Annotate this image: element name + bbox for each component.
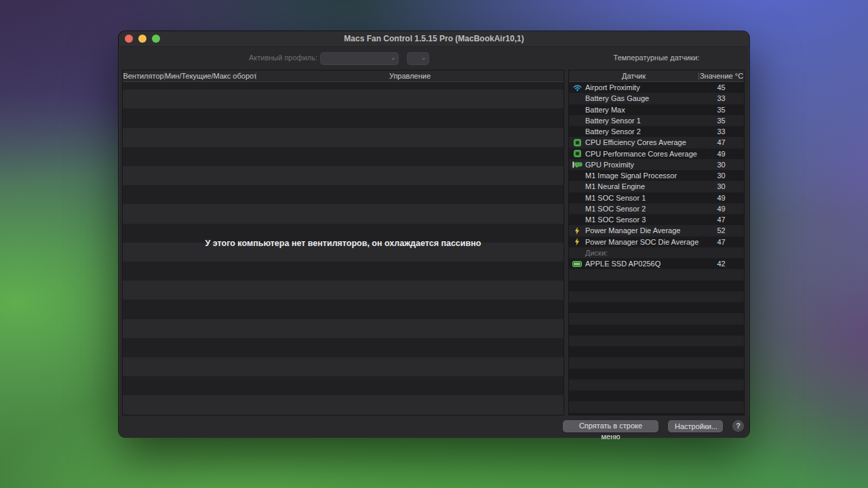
empty-row [569,413,744,416]
sensor-row[interactable]: APPLE SSD AP0256Q42 [569,258,744,269]
bolt-icon [571,237,583,247]
sensor-name: Battery Gas Gauge [585,93,649,104]
empty-row [569,302,744,313]
chip-icon [571,148,583,159]
hide-in-menubar-button[interactable]: Спрятать в строке меню [563,420,658,432]
sensor-name: GPU Proximity [585,159,634,170]
toolbar: Активный профиль: ⌄ ⌄ Температурные датч… [119,47,749,70]
desktop-wallpaper: Macs Fan Control 1.5.15 Pro (MacBookAir1… [0,0,868,488]
empty-row [569,313,744,324]
fans-table-header: Вентилятор Мин/Текущие/Макс обороты Упра… [123,70,564,82]
window-titlebar[interactable]: Macs Fan Control 1.5.15 Pro (MacBookAir1… [119,31,749,47]
sensor-name: M1 SOC Sensor 2 [585,203,646,214]
empty-row [569,390,744,401]
sensor-name: M1 Image Signal Processor [585,170,677,181]
sensor-value: 33 [698,93,744,104]
sensor-value: 52 [698,225,744,236]
sensor-row[interactable]: M1 SOC Sensor 347 [569,214,744,225]
ssd-icon [571,258,583,269]
sensor-row[interactable]: CPU Performance Cores Average49 [569,148,744,159]
window-title: Macs Fan Control 1.5.15 Pro (MacBookAir1… [119,31,749,46]
sensor-row[interactable]: Battery Max35 [569,104,744,115]
sensors-table-body: Airport Proximity45Battery Gas Gauge33Ba… [569,82,744,415]
sensor-name: CPU Efficiency Cores Average [585,137,686,148]
sensor-row[interactable]: M1 SOC Sensor 249 [569,203,744,214]
gpu-icon [571,159,583,170]
sensor-value: 49 [698,192,744,203]
sensor-row[interactable]: CPU Efficiency Cores Average47 [569,137,744,148]
bolt-icon [571,225,583,236]
fans-column-header-rpm[interactable]: Мин/Текущие/Макс обороты [165,72,256,80]
chip-icon [571,137,583,148]
sensor-row[interactable]: M1 Image Signal Processor30 [569,170,744,181]
sensor-name: Airport Proximity [585,82,640,93]
sensor-value: 30 [698,181,744,192]
settings-button[interactable]: Настройки... [668,420,723,432]
sensor-name: Power Manager Die Average [585,225,680,236]
sensor-name: M1 SOC Sensor 1 [585,192,646,203]
fans-table: Вентилятор Мин/Текущие/Макс обороты Упра… [122,70,564,415]
empty-row [569,357,744,368]
sensors-column-header-value[interactable]: Значение °C [699,72,744,80]
sensor-value: 49 [698,203,744,214]
chevron-down-icon: ⌄ [421,54,427,61]
sensor-value: 42 [698,258,744,269]
active-profile-select[interactable]: ⌄ [320,52,399,65]
sensors-table-header: Датчик Значение °C [569,70,744,82]
empty-row [569,325,744,336]
sensor-row[interactable]: M1 SOC Sensor 149 [569,192,744,203]
sensors-table: Датчик Значение °C Airport Proximity45Ba… [568,70,745,415]
sensors-panel-title: Температурные датчики: [568,54,745,62]
no-fans-message: У этого компьютера нет вентиляторов, он … [123,239,564,248]
chevron-down-icon: ⌄ [391,54,396,61]
empty-row [569,346,744,357]
sensor-value: 45 [698,82,744,93]
sensor-name: Battery Sensor 2 [585,126,641,137]
wifi-icon [571,82,583,93]
empty-row [569,336,744,346]
main-content: Вентилятор Мин/Текущие/Макс обороты Упра… [119,70,749,416]
sensor-value: 47 [698,214,744,225]
sensor-name: Battery Max [585,104,625,115]
profile-actions-select[interactable]: ⌄ [407,52,429,65]
help-button[interactable]: ? [732,420,744,432]
sensor-value: 49 [698,148,744,159]
sensor-value: 47 [698,237,744,247]
empty-row [569,380,744,390]
empty-row [569,269,744,280]
sensor-name: CPU Performance Cores Average [585,148,697,159]
sensor-row[interactable]: M1 Neural Engine30 [569,181,744,192]
sensor-value: 30 [698,159,744,170]
sensor-row[interactable]: Power Manager SOC Die Average47 [569,237,744,247]
fans-table-body: У этого компьютера нет вентиляторов, он … [123,82,564,416]
active-profile-label: Активный профиль: [249,54,317,62]
empty-row [569,401,744,412]
sensor-row[interactable]: Battery Sensor 135 [569,115,744,126]
empty-row [569,281,744,291]
empty-row [569,369,744,380]
app-window: Macs Fan Control 1.5.15 Pro (MacBookAir1… [119,31,749,437]
sensor-name: APPLE SSD AP0256Q [585,258,660,269]
sensor-row[interactable]: GPU Proximity30 [569,159,744,170]
sensor-value: 35 [698,115,744,126]
sensor-section-row[interactable]: Диски: [569,247,744,258]
sensor-row[interactable]: Battery Sensor 233 [569,126,744,137]
fans-column-header-control[interactable]: Управление [256,72,564,80]
footer-bar: Спрятать в строке меню Настройки... ? [119,416,749,438]
sensor-row[interactable]: Power Manager Die Average52 [569,225,744,236]
sensor-value: 30 [698,170,744,181]
sensor-name: M1 Neural Engine [585,181,645,192]
sensor-name: Battery Sensor 1 [585,115,641,126]
fans-column-header-fan[interactable]: Вентилятор [123,72,164,80]
sensor-value: 47 [698,137,744,148]
sensor-row[interactable]: Airport Proximity45 [569,82,744,93]
sensor-value: 33 [698,126,744,137]
sensor-row[interactable]: Battery Gas Gauge33 [569,93,744,104]
empty-row [569,291,744,302]
sensor-name: Power Manager SOC Die Average [585,237,698,247]
sensor-name: M1 SOC Sensor 3 [585,214,646,225]
sensor-name: Диски: [585,247,608,258]
sensor-value: 35 [698,104,744,115]
sensors-column-header-sensor[interactable]: Датчик [569,72,698,80]
